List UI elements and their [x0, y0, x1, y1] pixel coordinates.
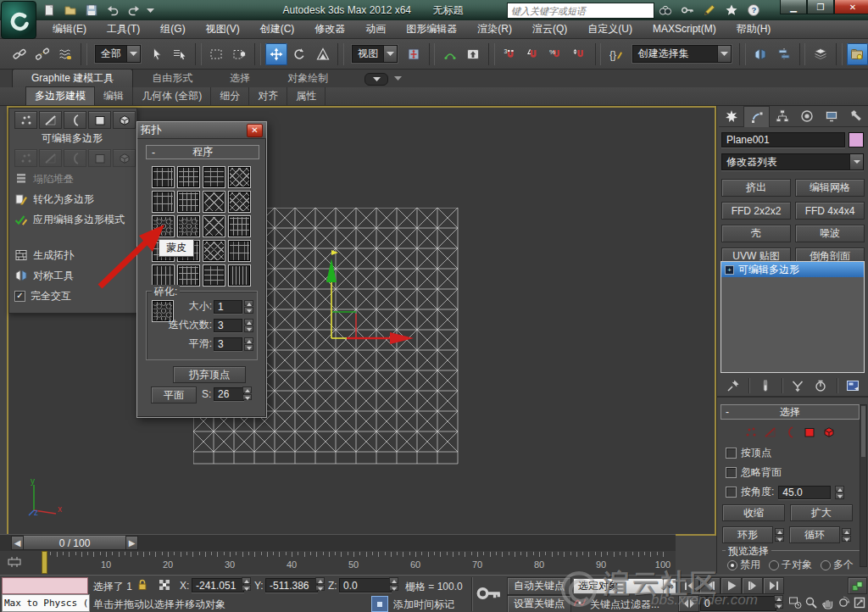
snap-angle-button[interactable]	[522, 43, 543, 65]
generate-topology-button[interactable]: 生成拓扑	[14, 245, 136, 265]
window-crossing-button[interactable]	[229, 43, 250, 65]
utilities-tab[interactable]	[843, 106, 868, 127]
grow-button[interactable]: 扩大	[790, 504, 853, 521]
preview-radio-禁用[interactable]: 禁用	[727, 558, 760, 572]
pattern-bricks-button[interactable]	[203, 166, 225, 188]
pattern-blocks-button[interactable]	[152, 166, 175, 188]
shrink-button[interactable]: 收缩	[722, 504, 785, 521]
y-coordinate-field[interactable]: -511.386	[265, 578, 318, 593]
ribbon-panel-tab-2[interactable]: 几何体 (全部)	[133, 87, 211, 105]
manipulate-button[interactable]	[439, 43, 460, 65]
size-field[interactable]: 1	[214, 300, 242, 314]
ribbon-panel-tab-0[interactable]: 多边形建模	[25, 86, 95, 106]
y-spinner[interactable]	[315, 577, 325, 591]
modifier-button-4[interactable]: 壳	[721, 225, 791, 242]
size-spinner[interactable]	[244, 300, 253, 314]
selection-set-dropdown[interactable]: 选定对象	[573, 578, 676, 594]
pattern-vlines-button[interactable]	[228, 264, 251, 287]
modifier-button-3[interactable]: FFD 4x4x4	[795, 202, 865, 220]
menu-item-12[interactable]: 帮助(H)	[726, 20, 782, 38]
selection-rollout-header[interactable]: - 选择	[721, 404, 860, 420]
menu-item-3[interactable]: 视图(V)	[196, 20, 250, 38]
pattern-lattice-button[interactable]	[228, 166, 251, 188]
iterations-spinner[interactable]	[244, 319, 253, 332]
use-pivot-button[interactable]	[403, 43, 424, 65]
loop-button[interactable]: 循环	[789, 526, 840, 543]
modifier-button-1[interactable]: 编辑网格	[795, 179, 865, 197]
unlink-button[interactable]	[31, 43, 53, 65]
menu-item-10[interactable]: 自定义(U)	[577, 20, 643, 38]
close-button[interactable]: ✕	[834, 0, 868, 14]
planar-button[interactable]: 平面	[151, 387, 197, 403]
s-spinner[interactable]	[242, 387, 252, 400]
help-button[interactable]: ?	[745, 3, 762, 18]
子对象-radio[interactable]	[769, 560, 779, 570]
ribbon-panel-tab-5[interactable]: 属性	[287, 87, 326, 105]
pen-button[interactable]	[701, 3, 718, 18]
pattern-diamond-button[interactable]	[203, 215, 225, 237]
current-frame-marker[interactable]	[42, 551, 47, 574]
pattern-blocks-button[interactable]	[152, 191, 175, 213]
rotate-button[interactable]	[289, 43, 310, 65]
edge-mode-button[interactable]	[39, 111, 62, 129]
full-interactivity-row[interactable]: ✓完全交互	[14, 286, 136, 306]
menu-item-4[interactable]: 创建(C)	[250, 20, 305, 38]
modify-tab[interactable]	[743, 106, 770, 127]
snap-spinner-button[interactable]	[569, 43, 590, 65]
element-mode-button[interactable]	[113, 111, 136, 129]
track-bar[interactable]: 0102030405060708090100	[0, 551, 676, 576]
move-gizmo[interactable]	[309, 243, 428, 455]
edit-named-sets-button[interactable]: {}	[605, 43, 626, 65]
redo-button[interactable]	[125, 3, 142, 18]
maxscript-mini-listener-white[interactable]: Max to Physcs (	[2, 594, 90, 612]
polygon-subobject-icon[interactable]	[803, 426, 816, 439]
s-field[interactable]: 26	[214, 387, 244, 401]
ribbon-tab-1[interactable]: 自由形式	[133, 70, 211, 87]
isolate-selection-icon[interactable]	[371, 596, 388, 612]
key-filters-button[interactable]: 关键点过滤器...	[590, 598, 659, 612]
pattern-diamond-button[interactable]	[203, 191, 225, 213]
loop-spinner[interactable]	[842, 528, 851, 542]
pin-stack-button[interactable]	[726, 379, 740, 392]
search-input[interactable]	[508, 5, 654, 16]
menu-item-7[interactable]: 图形编辑器	[396, 20, 467, 38]
license-key-button[interactable]	[679, 3, 696, 18]
key-mode-toggle[interactable]	[678, 595, 699, 612]
layers-button[interactable]	[810, 43, 831, 65]
auto-key-button[interactable]: 自动关键点	[507, 577, 571, 595]
by-vertex-row[interactable]: 按顶点	[726, 446, 860, 460]
search-binoculars-button[interactable]	[657, 3, 674, 18]
zoom-all-button[interactable]	[803, 595, 820, 610]
keyboard-override-button[interactable]	[463, 43, 484, 65]
stack-item-editable-poly[interactable]: +可编辑多边形	[721, 262, 864, 277]
selection-lock-icon[interactable]	[136, 578, 149, 592]
border-subobject-icon[interactable]	[783, 426, 797, 439]
ribbon-tab-2[interactable]: 选择	[211, 70, 269, 87]
border-mode-button[interactable]	[64, 111, 86, 129]
absolute-offset-toggle-icon[interactable]	[158, 578, 171, 592]
vertex-mode-button[interactable]	[14, 111, 37, 129]
element-subobject-icon[interactable]	[822, 426, 836, 439]
pattern-bricks-button[interactable]	[203, 264, 225, 287]
open-file-button[interactable]	[62, 3, 79, 18]
scale-button[interactable]	[312, 43, 333, 65]
isolate-cubes-icon[interactable]	[848, 577, 867, 594]
add-time-tag[interactable]: 添加时间标记	[393, 598, 454, 612]
undo-button[interactable]	[104, 3, 121, 18]
infocenter-search[interactable]	[507, 3, 654, 19]
pattern-maze-button[interactable]	[228, 215, 251, 237]
modifier-button-2[interactable]: FFD 2x2x2	[721, 202, 791, 220]
convert-poly-button[interactable]: 转化为多边形	[14, 189, 136, 209]
dialog-title-bar[interactable]: 拓扑 ✕	[137, 122, 266, 139]
frame-spinner[interactable]	[774, 595, 783, 609]
region-rect-button[interactable]	[206, 43, 227, 65]
maxscript-mini-listener-pink[interactable]	[2, 577, 88, 594]
x-spinner[interactable]	[242, 577, 251, 591]
favorites-star-button[interactable]	[723, 3, 740, 18]
save-file-button[interactable]	[83, 3, 100, 18]
restore-button[interactable]: ❐	[807, 0, 834, 14]
多个-radio[interactable]	[821, 560, 831, 570]
object-name-field[interactable]: Plane001	[721, 132, 845, 147]
by-vertex-checkbox[interactable]	[726, 448, 737, 459]
modifier-list-dropdown[interactable]: 修改器列表	[721, 153, 864, 170]
